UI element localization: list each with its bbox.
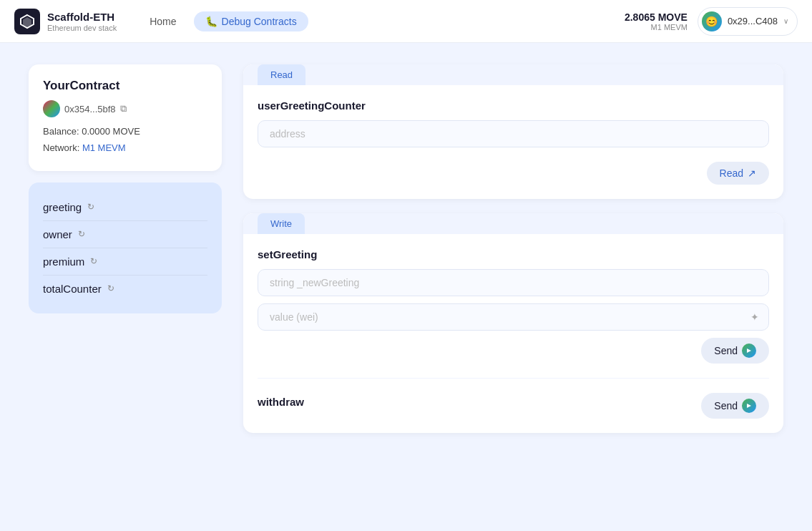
wallet-emoji: 😊 <box>705 16 718 27</box>
write-section-content: setGreeting ✦ Send <box>243 234 783 433</box>
nav-debug-label: Debug Contracts <box>222 16 297 27</box>
method-greeting-label: greeting <box>43 201 82 213</box>
withdraw-row: withdraw Send <box>258 393 769 419</box>
set-greeting-btn-row: Send <box>258 338 769 364</box>
address-input[interactable] <box>258 120 769 147</box>
user-greeting-counter-name: userGreetingCounter <box>258 99 769 112</box>
refresh-greeting-icon[interactable]: ↻ <box>87 202 94 212</box>
refresh-totalcounter-icon[interactable]: ↻ <box>107 283 114 293</box>
send-icon-withdraw <box>742 399 756 413</box>
logo-icon <box>14 9 40 34</box>
contract-address-text: 0x354...5bf8 <box>64 104 116 115</box>
contract-address-row: 0x354...5bf8 ⧉ <box>43 100 207 117</box>
asterisk-icon: ✦ <box>750 311 759 323</box>
methods-card: greeting ↻ owner ↻ premium ↻ totalCounte… <box>29 182 222 313</box>
balance-info: 2.8065 MOVE M1 MEVM <box>625 11 688 31</box>
value-wei-row: ✦ <box>258 303 769 331</box>
contract-network: Network: M1 MEVM <box>43 140 207 156</box>
contract-card: YourContract 0x354...5bf8 ⧉ Balance: 0.0… <box>29 64 222 171</box>
read-btn-row: Read ↗ <box>258 162 769 185</box>
read-arrow-icon: ↗ <box>748 167 756 179</box>
read-button-label: Read <box>720 167 743 179</box>
svg-marker-2 <box>747 349 751 353</box>
withdraw-send-label: Send <box>714 400 738 411</box>
header: Scaffold-ETH Ethereum dev stack Home 🐛 D… <box>0 0 812 43</box>
logo: Scaffold-ETH Ethereum dev stack <box>14 9 117 34</box>
withdraw-name: withdraw <box>258 396 304 408</box>
contract-balance: Balance: 0.0000 MOVE <box>43 123 207 140</box>
set-greeting-block: setGreeting ✦ Send <box>258 248 769 379</box>
read-tab[interactable]: Read <box>258 64 305 85</box>
method-owner-label: owner <box>43 228 72 240</box>
left-panel: YourContract 0x354...5bf8 ⧉ Balance: 0.0… <box>29 64 222 447</box>
method-owner[interactable]: owner ↻ <box>43 221 207 248</box>
contract-balance-value: 0.0000 <box>82 126 110 137</box>
set-greeting-name: setGreeting <box>258 248 769 260</box>
read-section-card: Read userGreetingCounter Read ↗ <box>243 64 783 199</box>
right-panel: Read userGreetingCounter Read ↗ <box>243 64 783 447</box>
debug-icon: 🐛 <box>205 16 217 27</box>
logo-subtitle: Ethereum dev stack <box>47 24 117 32</box>
main-content: YourContract 0x354...5bf8 ⧉ Balance: 0.0… <box>0 43 812 469</box>
wallet-avatar: 😊 <box>702 11 722 31</box>
header-right: 2.8065 MOVE M1 MEVM 😊 0x29...C408 ∨ <box>625 7 798 36</box>
header-nav: Home 🐛 Debug Contracts <box>138 11 308 31</box>
contract-meta: Balance: 0.0000 MOVE Network: M1 MEVM <box>43 123 207 157</box>
value-wei-input[interactable] <box>258 303 769 331</box>
svg-marker-3 <box>747 404 751 408</box>
refresh-premium-icon[interactable]: ↻ <box>90 256 97 266</box>
copy-icon[interactable]: ⧉ <box>120 103 127 115</box>
nav-debug-contracts[interactable]: 🐛 Debug Contracts <box>194 11 308 31</box>
method-totalcounter-label: totalCounter <box>43 283 102 295</box>
method-premium-label: premium <box>43 255 84 268</box>
set-greeting-send-button[interactable]: Send <box>701 338 769 364</box>
chevron-down-icon: ∨ <box>783 17 788 25</box>
method-greeting[interactable]: greeting ↻ <box>43 194 207 221</box>
send-icon-set-greeting <box>742 344 756 358</box>
read-section-content: userGreetingCounter Read ↗ <box>243 85 783 199</box>
withdraw-send-button[interactable]: Send <box>701 393 769 419</box>
balance-network: M1 MEVM <box>625 23 688 31</box>
contract-avatar-icon <box>43 100 60 117</box>
contract-balance-token: MOVE <box>113 126 140 137</box>
contract-name: YourContract <box>43 79 207 93</box>
logo-text: Scaffold-ETH Ethereum dev stack <box>47 11 117 32</box>
method-totalcounter[interactable]: totalCounter ↻ <box>43 276 207 302</box>
contract-network-value: M1 MEVM <box>82 142 126 153</box>
withdraw-block: withdraw Send <box>258 393 769 419</box>
wallet-button[interactable]: 😊 0x29...C408 ∨ <box>698 7 798 36</box>
logo-title: Scaffold-ETH <box>47 11 117 24</box>
read-button[interactable]: Read ↗ <box>707 162 769 185</box>
new-greeting-input[interactable] <box>258 269 769 296</box>
wallet-address: 0x29...C408 <box>728 16 778 26</box>
method-premium[interactable]: premium ↻ <box>43 248 207 276</box>
write-section-card: Write setGreeting ✦ Send <box>243 213 783 433</box>
refresh-owner-icon[interactable]: ↻ <box>78 229 85 239</box>
write-tab[interactable]: Write <box>258 213 305 234</box>
nav-home[interactable]: Home <box>138 11 187 31</box>
user-greeting-counter-block: userGreetingCounter Read ↗ <box>258 99 769 185</box>
set-greeting-send-label: Send <box>714 345 738 356</box>
balance-amount: 2.8065 MOVE <box>625 11 688 23</box>
